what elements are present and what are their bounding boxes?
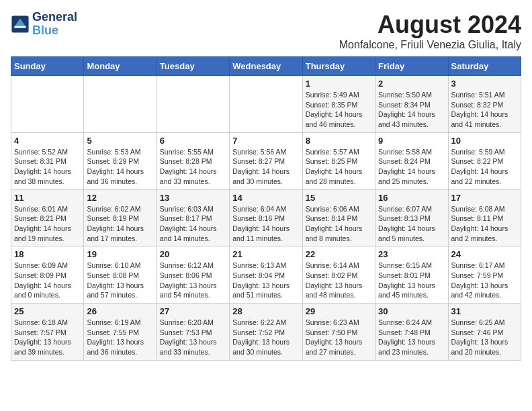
day-number: 23 [378, 249, 445, 259]
calendar-cell: 27Sunrise: 6:20 AMSunset: 7:53 PMDayligh… [157, 304, 229, 361]
logo-text: General Blue [32, 11, 77, 38]
day-number: 16 [378, 193, 445, 203]
calendar-cell: 5Sunrise: 5:53 AMSunset: 8:29 PMDaylight… [84, 132, 157, 189]
day-number: 20 [160, 249, 226, 259]
day-number: 3 [451, 79, 518, 89]
week-row: 4Sunrise: 5:52 AMSunset: 8:31 PMDaylight… [11, 132, 521, 189]
calendar-cell: 14Sunrise: 6:04 AMSunset: 8:16 PMDayligh… [230, 189, 302, 246]
calendar-cell: 15Sunrise: 6:06 AMSunset: 8:14 PMDayligh… [302, 189, 375, 246]
day-number: 18 [14, 249, 81, 259]
week-row: 25Sunrise: 6:18 AMSunset: 7:57 PMDayligh… [11, 304, 521, 361]
calendar-cell: 29Sunrise: 6:23 AMSunset: 7:50 PMDayligh… [302, 304, 375, 361]
day-number: 25 [14, 306, 81, 316]
calendar-cell: 23Sunrise: 6:15 AMSunset: 8:01 PMDayligh… [375, 246, 448, 304]
calendar-cell: 19Sunrise: 6:10 AMSunset: 8:08 PMDayligh… [84, 246, 157, 304]
day-info: Sunrise: 6:12 AMSunset: 8:06 PMDaylight:… [160, 261, 226, 300]
calendar-cell: 9Sunrise: 5:58 AMSunset: 8:24 PMDaylight… [375, 132, 448, 189]
column-header-sunday: Sunday [11, 57, 84, 76]
header-row: SundayMondayTuesdayWednesdayThursdayFrid… [11, 57, 521, 76]
day-info: Sunrise: 5:50 AMSunset: 8:34 PMDaylight:… [378, 90, 445, 130]
calendar-body: 1Sunrise: 5:49 AMSunset: 8:35 PMDaylight… [11, 76, 521, 361]
day-info: Sunrise: 6:07 AMSunset: 8:13 PMDaylight:… [378, 204, 445, 244]
page-header: General Blue August 2024 Monfalcone, Fri… [11, 11, 521, 51]
calendar-cell: 11Sunrise: 6:01 AMSunset: 8:21 PMDayligh… [11, 189, 84, 246]
calendar-cell: 6Sunrise: 5:55 AMSunset: 8:28 PMDaylight… [157, 132, 229, 189]
calendar-cell: 7Sunrise: 5:56 AMSunset: 8:27 PMDaylight… [230, 132, 302, 189]
day-info: Sunrise: 5:51 AMSunset: 8:32 PMDaylight:… [451, 90, 518, 130]
day-number: 31 [451, 306, 518, 316]
calendar-cell: 18Sunrise: 6:09 AMSunset: 8:09 PMDayligh… [11, 246, 84, 304]
day-info: Sunrise: 5:49 AMSunset: 8:35 PMDaylight:… [306, 90, 372, 130]
day-info: Sunrise: 5:59 AMSunset: 8:22 PMDaylight:… [451, 147, 518, 187]
day-number: 24 [451, 249, 518, 259]
calendar-cell: 26Sunrise: 6:19 AMSunset: 7:55 PMDayligh… [84, 304, 157, 361]
day-info: Sunrise: 6:24 AMSunset: 7:48 PMDaylight:… [378, 318, 445, 357]
day-info: Sunrise: 6:22 AMSunset: 7:52 PMDaylight:… [232, 318, 299, 357]
day-info: Sunrise: 6:19 AMSunset: 7:55 PMDaylight:… [87, 318, 153, 357]
calendar-header: SundayMondayTuesdayWednesdayThursdayFrid… [11, 57, 521, 76]
column-header-saturday: Saturday [448, 57, 521, 76]
day-info: Sunrise: 6:23 AMSunset: 7:50 PMDaylight:… [306, 318, 372, 357]
svg-rect-2 [15, 26, 26, 28]
calendar-cell: 8Sunrise: 5:57 AMSunset: 8:25 PMDaylight… [302, 132, 375, 189]
logo-icon [11, 15, 30, 34]
day-info: Sunrise: 6:04 AMSunset: 8:16 PMDaylight:… [232, 204, 299, 244]
day-info: Sunrise: 6:09 AMSunset: 8:09 PMDaylight:… [14, 261, 81, 300]
day-number: 4 [14, 136, 81, 146]
day-info: Sunrise: 6:25 AMSunset: 7:46 PMDaylight:… [451, 318, 518, 357]
calendar-cell: 20Sunrise: 6:12 AMSunset: 8:06 PMDayligh… [157, 246, 229, 304]
day-number: 28 [232, 306, 299, 316]
calendar-cell: 17Sunrise: 6:08 AMSunset: 8:11 PMDayligh… [448, 189, 521, 246]
day-number: 7 [232, 136, 299, 146]
week-row: 18Sunrise: 6:09 AMSunset: 8:09 PMDayligh… [11, 246, 521, 304]
calendar: SundayMondayTuesdayWednesdayThursdayFrid… [11, 56, 521, 361]
day-number: 10 [451, 136, 518, 146]
calendar-cell: 13Sunrise: 6:03 AMSunset: 8:17 PMDayligh… [157, 189, 229, 246]
day-number: 6 [160, 136, 226, 146]
day-info: Sunrise: 5:52 AMSunset: 8:31 PMDaylight:… [14, 147, 81, 187]
calendar-cell: 2Sunrise: 5:50 AMSunset: 8:34 PMDaylight… [375, 76, 448, 133]
day-number: 27 [160, 306, 226, 316]
calendar-cell: 4Sunrise: 5:52 AMSunset: 8:31 PMDaylight… [11, 132, 84, 189]
logo: General Blue [11, 11, 77, 38]
day-number: 19 [87, 249, 153, 259]
title-block: August 2024 Monfalcone, Friuli Venezia G… [339, 11, 521, 51]
column-header-tuesday: Tuesday [157, 57, 229, 76]
day-number: 11 [14, 193, 81, 203]
day-info: Sunrise: 6:20 AMSunset: 7:53 PMDaylight:… [160, 318, 226, 357]
calendar-cell: 12Sunrise: 6:02 AMSunset: 8:19 PMDayligh… [84, 189, 157, 246]
day-number: 9 [378, 136, 445, 146]
calendar-cell: 3Sunrise: 5:51 AMSunset: 8:32 PMDaylight… [448, 76, 521, 133]
calendar-cell: 1Sunrise: 5:49 AMSunset: 8:35 PMDaylight… [302, 76, 375, 133]
day-info: Sunrise: 6:14 AMSunset: 8:02 PMDaylight:… [306, 261, 372, 300]
calendar-cell [11, 76, 84, 133]
day-info: Sunrise: 6:13 AMSunset: 8:04 PMDaylight:… [232, 261, 299, 300]
column-header-thursday: Thursday [302, 57, 375, 76]
day-info: Sunrise: 5:58 AMSunset: 8:24 PMDaylight:… [378, 147, 445, 187]
calendar-cell: 28Sunrise: 6:22 AMSunset: 7:52 PMDayligh… [230, 304, 302, 361]
day-info: Sunrise: 6:06 AMSunset: 8:14 PMDaylight:… [306, 204, 372, 244]
day-number: 14 [232, 193, 299, 203]
column-header-wednesday: Wednesday [230, 57, 302, 76]
column-header-monday: Monday [84, 57, 157, 76]
calendar-cell: 21Sunrise: 6:13 AMSunset: 8:04 PMDayligh… [230, 246, 302, 304]
day-info: Sunrise: 6:08 AMSunset: 8:11 PMDaylight:… [451, 204, 518, 244]
day-number: 21 [232, 249, 299, 259]
calendar-cell: 24Sunrise: 6:17 AMSunset: 7:59 PMDayligh… [448, 246, 521, 304]
day-info: Sunrise: 6:17 AMSunset: 7:59 PMDaylight:… [451, 261, 518, 300]
week-row: 1Sunrise: 5:49 AMSunset: 8:35 PMDaylight… [11, 76, 521, 133]
day-number: 29 [306, 306, 372, 316]
calendar-cell: 10Sunrise: 5:59 AMSunset: 8:22 PMDayligh… [448, 132, 521, 189]
day-number: 2 [378, 79, 445, 89]
day-number: 5 [87, 136, 153, 146]
month-year: August 2024 [339, 11, 521, 39]
day-number: 15 [306, 193, 372, 203]
calendar-cell: 22Sunrise: 6:14 AMSunset: 8:02 PMDayligh… [302, 246, 375, 304]
calendar-cell [230, 76, 302, 133]
calendar-cell: 31Sunrise: 6:25 AMSunset: 7:46 PMDayligh… [448, 304, 521, 361]
calendar-cell: 30Sunrise: 6:24 AMSunset: 7:48 PMDayligh… [375, 304, 448, 361]
calendar-cell [84, 76, 157, 133]
day-number: 1 [306, 79, 372, 89]
day-number: 17 [451, 193, 518, 203]
day-number: 22 [306, 249, 372, 259]
